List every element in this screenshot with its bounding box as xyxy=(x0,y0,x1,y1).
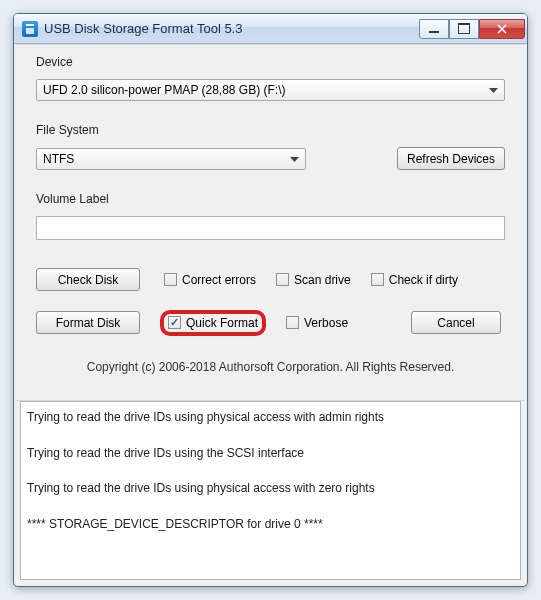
cancel-button[interactable]: Cancel xyxy=(411,311,501,334)
filesystem-select[interactable]: NTFS xyxy=(36,148,306,170)
close-button[interactable] xyxy=(479,19,525,39)
log-line: Trying to read the drive IDs using physi… xyxy=(27,481,514,497)
quick-format-checkbox[interactable]: Quick Format xyxy=(168,316,258,330)
dropdown-arrow-icon xyxy=(489,83,498,97)
refresh-devices-button[interactable]: Refresh Devices xyxy=(397,147,505,170)
verbose-checkbox[interactable]: Verbose xyxy=(286,316,348,330)
log-line: Trying to read the drive IDs using physi… xyxy=(27,410,514,426)
scan-drive-label: Scan drive xyxy=(294,273,351,287)
correct-errors-label: Correct errors xyxy=(182,273,256,287)
dropdown-arrow-icon xyxy=(290,152,299,166)
verbose-label: Verbose xyxy=(304,316,348,330)
minimize-button[interactable] xyxy=(419,19,449,39)
correct-errors-checkbox[interactable]: Correct errors xyxy=(164,273,256,287)
checkbox-icon xyxy=(168,316,181,329)
quick-format-label: Quick Format xyxy=(186,316,258,330)
device-value: UFD 2.0 silicon-power PMAP (28,88 GB) (F… xyxy=(43,83,286,97)
format-disk-button[interactable]: Format Disk xyxy=(36,311,140,334)
maximize-button[interactable] xyxy=(449,19,479,39)
quick-format-highlight: Quick Format xyxy=(160,310,266,336)
check-if-dirty-checkbox[interactable]: Check if dirty xyxy=(371,273,458,287)
checkbox-icon xyxy=(164,273,177,286)
log-output[interactable]: Trying to read the drive IDs using physi… xyxy=(20,401,521,580)
volume-label-label: Volume Label xyxy=(36,192,505,206)
checkbox-icon xyxy=(286,316,299,329)
check-if-dirty-label: Check if dirty xyxy=(389,273,458,287)
copyright-text: Copyright (c) 2006-2018 Authorsoft Corpo… xyxy=(36,348,505,388)
window-content: Device UFD 2.0 silicon-power PMAP (28,88… xyxy=(14,44,527,586)
checkbox-icon xyxy=(276,273,289,286)
window-title: USB Disk Storage Format Tool 5.3 xyxy=(44,21,419,36)
app-window: USB Disk Storage Format Tool 5.3 Device … xyxy=(13,13,528,587)
log-line: **** STORAGE_DEVICE_DESCRIPTOR for drive… xyxy=(27,517,514,533)
volume-label-input[interactable] xyxy=(36,216,505,240)
check-disk-button[interactable]: Check Disk xyxy=(36,268,140,291)
window-controls xyxy=(419,19,525,39)
main-group: Device UFD 2.0 silicon-power PMAP (28,88… xyxy=(16,44,525,401)
checkbox-icon xyxy=(371,273,384,286)
device-select[interactable]: UFD 2.0 silicon-power PMAP (28,88 GB) (F… xyxy=(36,79,505,101)
log-line: Trying to read the drive IDs using the S… xyxy=(27,446,514,462)
device-label: Device xyxy=(36,55,505,69)
app-icon xyxy=(22,21,38,37)
scan-drive-checkbox[interactable]: Scan drive xyxy=(276,273,351,287)
filesystem-label: File System xyxy=(36,123,505,137)
titlebar[interactable]: USB Disk Storage Format Tool 5.3 xyxy=(14,14,527,44)
filesystem-value: NTFS xyxy=(43,152,74,166)
